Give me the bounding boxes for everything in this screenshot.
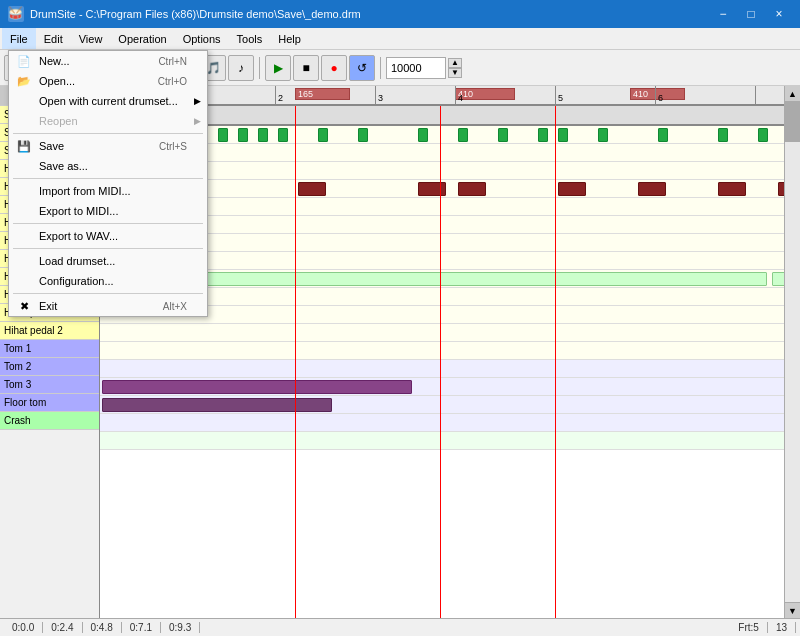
record-button[interactable]: ● <box>321 55 347 81</box>
tom3-block <box>102 398 332 412</box>
note <box>278 128 288 142</box>
ruler-section-2: 165 <box>295 88 350 100</box>
save-icon: 💾 <box>15 139 33 153</box>
status-time3: 0:7.1 <box>122 622 161 633</box>
menu-export-wav[interactable]: Export to WAV... <box>9 226 207 246</box>
note <box>238 128 248 142</box>
menu-operation[interactable]: Operation <box>110 28 174 49</box>
note <box>418 182 446 196</box>
menu-configuration[interactable]: Configuration... <box>9 271 207 291</box>
separator-2 <box>13 178 203 179</box>
note <box>718 128 728 142</box>
note <box>558 182 586 196</box>
menu-import-midi[interactable]: Import from MIDI... <box>9 181 207 201</box>
menubar: File Edit View Operation Options Tools H… <box>0 28 800 50</box>
ruler-mark-5: 5 <box>555 86 563 104</box>
note <box>658 128 668 142</box>
scroll-thumb[interactable] <box>785 102 800 142</box>
titlebar: 🥁 DrumSite - C:\Program Files (x86)\Drum… <box>0 0 800 28</box>
note <box>258 128 268 142</box>
menu-open[interactable]: 📂 Open... Ctrl+O <box>9 71 207 91</box>
scroll-down-button[interactable]: ▼ <box>785 602 800 618</box>
note <box>598 128 608 142</box>
note <box>318 128 328 142</box>
track-label-hihat-pedal2[interactable]: Hihat pedal 2 <box>0 322 99 340</box>
menu-open-current[interactable]: Open with current drumset... <box>9 91 207 111</box>
menu-reopen[interactable]: Reopen <box>9 111 207 131</box>
menu-help[interactable]: Help <box>270 28 309 49</box>
status-frt: Frt:5 <box>730 622 768 633</box>
note <box>498 128 508 142</box>
ruler-mark-3: 3 <box>375 86 383 104</box>
tempo-down[interactable]: ▼ <box>448 68 462 78</box>
menu-save-as[interactable]: Save as... <box>9 156 207 176</box>
status-zoom: 13 <box>768 622 796 633</box>
menu-view[interactable]: View <box>71 28 111 49</box>
play-button[interactable]: ▶ <box>265 55 291 81</box>
note <box>778 182 784 196</box>
close-button[interactable]: × <box>766 4 792 24</box>
separator2 <box>380 57 381 79</box>
status-time2: 0:4.8 <box>83 622 122 633</box>
ruler-mark-6: 6 <box>655 86 663 104</box>
stop-button[interactable]: ■ <box>293 55 319 81</box>
maximize-button[interactable]: □ <box>738 4 764 24</box>
scroll-up-button[interactable]: ▲ <box>785 86 800 102</box>
vertical-scrollbar[interactable]: ▲ ▼ <box>784 86 800 618</box>
separator-5 <box>13 293 203 294</box>
track-label-crash[interactable]: Crash <box>0 412 99 430</box>
menu-new[interactable]: 📄 New... Ctrl+N <box>9 51 207 71</box>
app-icon: 🥁 <box>8 6 24 22</box>
separator-1 <box>13 133 203 134</box>
window-title: DrumSite - C:\Program Files (x86)\Drumsi… <box>30 8 710 20</box>
tool2-button[interactable]: ♪ <box>228 55 254 81</box>
minimize-button[interactable]: − <box>710 4 736 24</box>
scroll-track[interactable] <box>785 102 800 602</box>
exit-icon: ✖ <box>15 299 33 313</box>
menu-export-midi[interactable]: Export to MIDI... <box>9 201 207 221</box>
menu-options[interactable]: Options <box>175 28 229 49</box>
menu-save[interactable]: 💾 Save Ctrl+S <box>9 136 207 156</box>
file-dropdown-menu: 📄 New... Ctrl+N 📂 Open... Ctrl+O Open wi… <box>8 50 208 317</box>
note <box>458 128 468 142</box>
ruler-mark-4: 4 <box>455 86 463 104</box>
tom2-block <box>102 380 412 394</box>
track-row-hihat-pedal[interactable] <box>100 324 784 342</box>
menu-file[interactable]: File <box>2 28 36 49</box>
note <box>558 128 568 142</box>
note <box>538 128 548 142</box>
note <box>638 182 666 196</box>
note <box>218 128 228 142</box>
note <box>298 182 326 196</box>
track-label-tom2[interactable]: Tom 2 <box>0 358 99 376</box>
track-row-hihat-pedal2[interactable] <box>100 342 784 360</box>
track-row-tom1[interactable] <box>100 360 784 378</box>
menu-tools[interactable]: Tools <box>229 28 271 49</box>
track-label-floor-tom[interactable]: Floor tom <box>0 394 99 412</box>
track-row-floor-tom[interactable] <box>100 414 784 432</box>
hihat-open-block2 <box>772 272 784 286</box>
note <box>758 128 768 142</box>
separator-4 <box>13 248 203 249</box>
track-row-crash[interactable] <box>100 432 784 450</box>
track-row-tom3[interactable] <box>100 396 784 414</box>
tempo-spinner: ▲ ▼ <box>448 58 462 78</box>
ruler-section-3: 410 <box>455 88 515 100</box>
status-time4: 0:9.3 <box>161 622 200 633</box>
note <box>418 128 428 142</box>
tempo-up[interactable]: ▲ <box>448 58 462 68</box>
separator <box>259 57 260 79</box>
loop-button[interactable]: ↺ <box>349 55 375 81</box>
status-time1: 0:2.4 <box>43 622 82 633</box>
menu-load-drumset[interactable]: Load drumset... <box>9 251 207 271</box>
track-row-tom2[interactable] <box>100 378 784 396</box>
menu-exit[interactable]: ✖ Exit Alt+X <box>9 296 207 316</box>
statusbar: 0:0.0 0:2.4 0:4.8 0:7.1 0:9.3 Frt:5 13 <box>0 618 800 636</box>
track-label-tom1[interactable]: Tom 1 <box>0 340 99 358</box>
tempo-input[interactable]: 10000 <box>386 57 446 79</box>
open-icon: 📂 <box>15 74 33 88</box>
track-label-tom3[interactable]: Tom 3 <box>0 376 99 394</box>
new-icon: 📄 <box>15 54 33 68</box>
status-position: 0:0.0 <box>4 622 43 633</box>
menu-edit[interactable]: Edit <box>36 28 71 49</box>
